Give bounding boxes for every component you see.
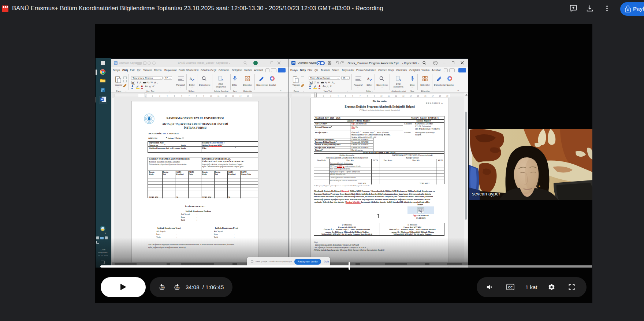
svg-text:W: W	[101, 98, 104, 101]
svg-text:A: A	[367, 76, 370, 81]
svg-text:W: W	[115, 62, 117, 64]
svg-text:A: A	[189, 76, 192, 81]
svg-text:CC: CC	[508, 285, 513, 289]
svg-text:10: 10	[160, 286, 163, 289]
svg-text:W: W	[292, 61, 295, 65]
svg-text:10: 10	[175, 286, 178, 289]
